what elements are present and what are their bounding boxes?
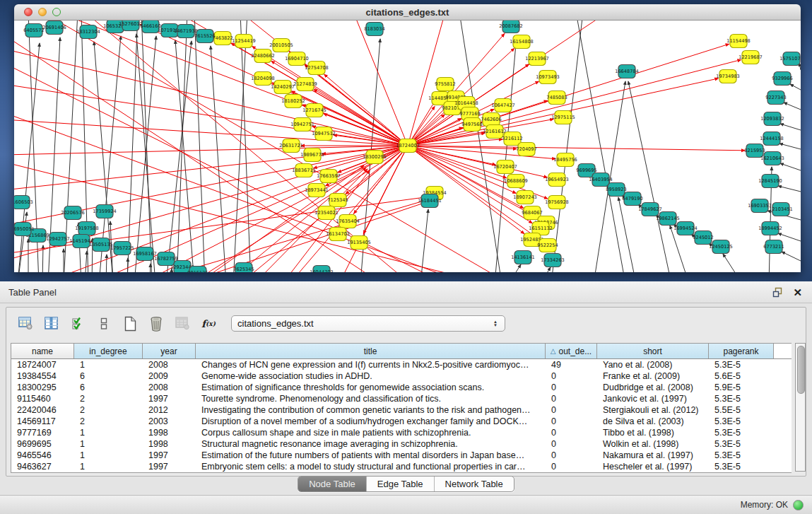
cell-in_degree: 1 — [74, 461, 143, 472]
table-select-dropdown[interactable]: citations_edges.txt ▲▼ — [231, 315, 505, 332]
cell-out_de: 0 — [546, 416, 597, 427]
cell-title: Estimation of significance thresholds fo… — [196, 382, 546, 393]
graph-node-label: 19896775 — [300, 152, 324, 158]
tab-edge-table[interactable]: Edge Table — [366, 477, 434, 491]
zoom-window-icon[interactable] — [52, 8, 61, 16]
graph-node-label: 11154498 — [726, 38, 751, 44]
select-all-icon[interactable] — [70, 316, 86, 332]
graph-node-label: 19734983 — [716, 74, 740, 79]
table-row[interactable]: 977716911998Corpus callosum shape and si… — [11, 427, 792, 438]
graph-node-label: 12975115 — [551, 115, 575, 120]
selection-mode-icon[interactable] — [96, 316, 112, 332]
cell-name: 9777169 — [11, 427, 74, 438]
table-row[interactable]: 1872400712008Changes of HCN gene express… — [11, 359, 792, 370]
network-view-window[interactable]: citations_edges.txt 11254419224806622001… — [14, 4, 801, 272]
cell-in_degree: 2 — [74, 393, 143, 404]
cell-pagerank: 5.9E-5 — [709, 382, 774, 393]
network-graph[interactable]: 1125441922480662200105051690471012754708… — [14, 21, 801, 272]
graph-node-label: 10973493 — [536, 74, 560, 80]
graph-node-label: 6405572 — [23, 28, 44, 33]
tab-network-table[interactable]: Network Table — [434, 477, 514, 491]
close-window-icon[interactable] — [24, 8, 33, 16]
column-header-pagerank[interactable]: pagerank — [709, 344, 774, 358]
graph-node-label: 19197588 — [75, 226, 99, 231]
cell-short: Hescheler et al. (1997) — [597, 461, 709, 472]
cell-out_de: 0 — [546, 393, 597, 404]
table-row[interactable]: 946554611997Estimation of the future num… — [11, 450, 792, 461]
graph-node-label: 11254419 — [232, 38, 256, 44]
cell-pagerank: 5.3E-5 — [709, 461, 774, 472]
graph-node-label: 20631721 — [279, 143, 303, 148]
cell-in_degree: 2 — [74, 416, 143, 427]
table-scrollbar-thumb[interactable] — [797, 346, 805, 394]
new-document-icon[interactable] — [122, 316, 138, 332]
graph-node-label: 9522254 — [537, 243, 558, 248]
cell-pagerank: 5.5E-5 — [709, 404, 774, 416]
cell-year: 2003 — [143, 416, 196, 427]
table-row[interactable]: 969969511998Structural magnetic resonanc… — [11, 438, 792, 450]
cell-title: Disruption of a novel member of a sodium… — [196, 416, 546, 427]
cell-year: 2008 — [143, 382, 196, 393]
graph-node-label: 9015135 — [187, 270, 208, 272]
table-row[interactable]: 946362711997Embryonic stem cells: a mode… — [11, 461, 792, 472]
graph-node-label: 16903357 — [748, 203, 772, 209]
cell-out_de: 0 — [546, 450, 597, 461]
cell-name: 18724007 — [11, 359, 74, 370]
table-row[interactable]: 1830029562008Estimation of significance … — [11, 382, 792, 393]
cell-year: 1998 — [143, 438, 196, 450]
minimize-window-icon[interactable] — [38, 8, 47, 16]
column-header-title[interactable]: title — [196, 344, 546, 358]
column-header-year[interactable]: year — [143, 344, 196, 358]
graph-node-label: 8183034 — [364, 26, 384, 32]
select-columns-icon[interactable] — [44, 316, 59, 332]
column-header-in_degree[interactable]: in_degree — [74, 344, 143, 358]
cell-short: Franke et al. (2009) — [597, 370, 709, 382]
window-titlebar[interactable]: citations_edges.txt — [14, 4, 801, 21]
cell-title: Tourette syndrome. Phenomenology and cla… — [196, 393, 546, 404]
close-panel-icon[interactable]: ✕ — [793, 287, 802, 298]
graph-node-label: 3216112 — [502, 136, 522, 141]
column-header-name[interactable]: name — [11, 344, 74, 358]
graph-node-label: 16210643 — [760, 156, 784, 161]
graph-node-label: 9699695 — [576, 168, 596, 173]
cell-title: Investigating the contribution of common… — [196, 404, 546, 416]
tab-node-table[interactable]: Node Table — [298, 477, 366, 491]
graph-node-label: 12103451 — [769, 206, 793, 212]
table-row[interactable]: 911546021997Tourette syndrome. Phenomeno… — [11, 393, 792, 404]
table-scrollbar[interactable] — [795, 343, 806, 472]
graph-node-label: 9245012 — [693, 235, 713, 240]
table-row[interactable]: 1938455462009Genome-wide association stu… — [11, 370, 792, 382]
function-builder-icon[interactable]: f(x) — [201, 316, 216, 332]
memory-ok-led-icon[interactable] — [793, 500, 804, 510]
graph-node-label: 18994452 — [758, 226, 782, 231]
delete-table-icon[interactable] — [148, 316, 164, 332]
table-settings-icon[interactable] — [18, 316, 33, 332]
cell-short: Dudbridge et al. (2008) — [597, 382, 709, 393]
column-header-out_de[interactable]: △out_de... — [546, 344, 597, 358]
cell-in_degree: 1 — [74, 427, 143, 438]
network-desktop: citations_edges.txt 11254419224806622001… — [0, 0, 812, 281]
cell-name: 22420046 — [11, 404, 74, 416]
cell-out_de: 0 — [546, 382, 597, 393]
cell-pagerank: 5.3E-5 — [709, 438, 774, 450]
graph-node-label: 21606503 — [14, 199, 33, 205]
graph-node-label: 16648784 — [615, 69, 639, 74]
node-table[interactable]: namein_degreeyeartitle△out_de...shortpag… — [11, 343, 792, 473]
cell-year: 1997 — [143, 393, 196, 404]
graph-node-label: 18907243 — [513, 194, 537, 200]
float-panel-icon[interactable] — [772, 287, 783, 298]
graph-node-label: 12444158 — [760, 136, 784, 141]
cell-out_de: 0 — [546, 404, 597, 416]
table-row[interactable]: 1456911722003Disruption of a novel membe… — [11, 416, 792, 427]
cell-name: 9115460 — [11, 393, 74, 404]
column-header-short[interactable]: short — [597, 344, 709, 358]
network-canvas[interactable]: 1125441922480662200105051690471012754708… — [14, 21, 801, 272]
cell-year: 2009 — [143, 370, 196, 382]
cell-in_degree: 1 — [74, 359, 143, 370]
graph-node-label: 17957225 — [110, 245, 134, 251]
cell-year: 2012 — [143, 404, 196, 416]
cell-pagerank: 5.3E-5 — [709, 450, 774, 461]
graph-node-label: 12161612 — [483, 129, 507, 134]
table-row[interactable]: 2242004622012Investigating the contribut… — [11, 404, 792, 416]
cell-name: 9699695 — [11, 438, 74, 450]
